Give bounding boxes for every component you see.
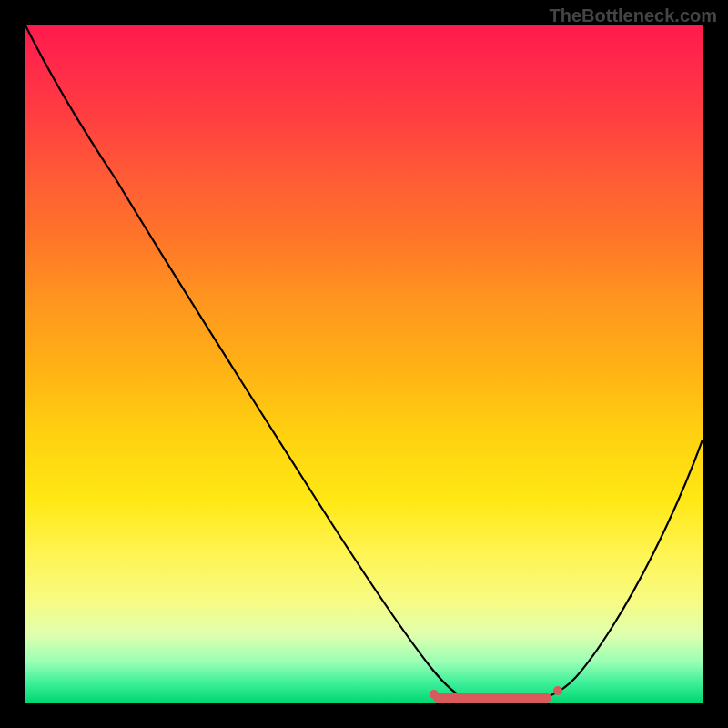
plot-area: [25, 25, 703, 703]
watermark-text: TheBottleneck.com: [550, 5, 717, 26]
highlight-end-dot: [553, 686, 562, 695]
highlight-start-dot: [430, 690, 439, 699]
highlight-segment: [433, 693, 551, 703]
highlight-band: [25, 25, 703, 703]
